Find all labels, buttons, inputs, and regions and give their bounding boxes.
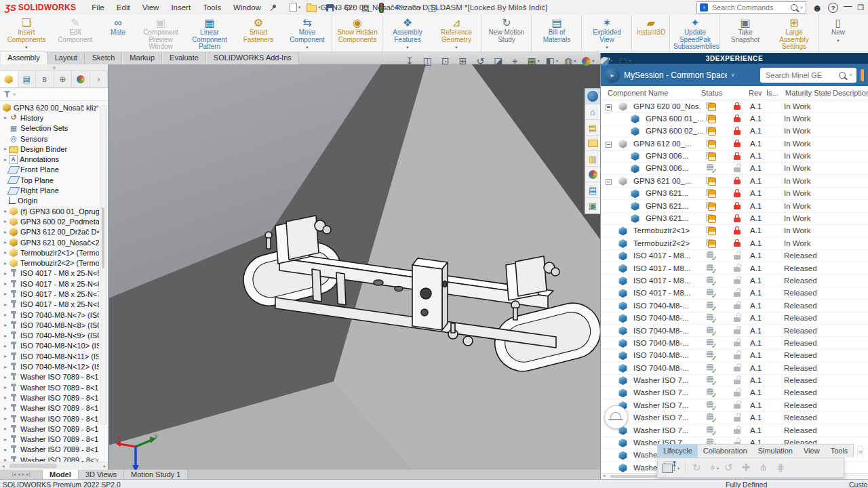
feature-tree-item[interactable]: ▸ (f) GPN3 600 01_Opruga<2> (G bbox=[0, 206, 108, 216]
component-row[interactable]: ISO 7040-M8-... A.1 Released bbox=[601, 350, 868, 362]
expand-arrow-icon[interactable]: ▸ bbox=[2, 405, 9, 411]
collapse-expander[interactable] bbox=[606, 141, 612, 149]
feature-tree-item[interactable]: ▸ Termobuzir2<2> (Termobuzir2 bbox=[0, 258, 108, 268]
command-manager-tab[interactable]: Assembly bbox=[0, 52, 47, 64]
feature-tree-item[interactable]: ▸ GPN3 620 00_Nosač klizača D (Defa ^ bbox=[0, 102, 108, 113]
custom-properties-tab[interactable]: ▤ bbox=[585, 182, 600, 198]
dropdown-caret-icon[interactable]: ▾ bbox=[298, 5, 300, 10]
previous-view-icon[interactable]: ↺ ▾ bbox=[477, 56, 488, 66]
dropdown-caret-icon[interactable]: ▾ bbox=[629, 56, 631, 66]
edit-appearance-icon[interactable]: ▾ bbox=[582, 56, 594, 66]
pin-toolbar-icon[interactable] bbox=[272, 3, 277, 8]
performance-evaluation-icon[interactable]: ▾ bbox=[379, 3, 387, 13]
file-explorer-tab[interactable] bbox=[585, 136, 600, 151]
component-row[interactable]: ISO 7040-M8-... A.1 Released bbox=[601, 337, 868, 349]
expand-arrow-icon[interactable]: ▸ bbox=[2, 229, 9, 235]
component-row[interactable]: ISO 4017 - M8... A.1 Released bbox=[601, 287, 868, 300]
expand-arrow-icon[interactable]: ▸ bbox=[2, 208, 9, 214]
reference-geometry-button[interactable]: ⊿ Reference Geometry ▾ bbox=[432, 15, 481, 52]
component-row[interactable]: ISO 7040-M8-... A.1 Released bbox=[601, 312, 868, 325]
dropdown-caret-icon[interactable]: ▾ bbox=[406, 44, 408, 52]
column-description[interactable]: Description bbox=[833, 89, 868, 97]
column-component-name[interactable]: Component Name bbox=[608, 89, 668, 97]
collapse-expander[interactable] bbox=[606, 178, 612, 186]
search-icon[interactable] bbox=[791, 4, 797, 11]
feature-tree-item[interactable]: ▸ Right Plane bbox=[0, 185, 108, 195]
component-row[interactable]: ISO 4017 - M8... A.1 Released bbox=[601, 250, 868, 262]
hide-show-items-icon[interactable]: ◍ ▾ bbox=[564, 56, 576, 66]
panel-collapse-handle[interactable] bbox=[0, 64, 108, 71]
component-row[interactable]: Washer ISO 7... A.1 Released bbox=[601, 387, 868, 399]
solidworks-resources-tab[interactable]: ▣ bbox=[585, 198, 600, 214]
assembly-features-button[interactable]: ❖ Assembly Features ▾ bbox=[383, 15, 432, 52]
session-dropdown-icon[interactable]: ˅ bbox=[731, 72, 734, 79]
take-snapshot-button[interactable]: ▣ Take Snapshot ▾ bbox=[721, 15, 770, 52]
toolbar-tab[interactable]: Lifecycle bbox=[658, 445, 698, 458]
expand-arrow-icon[interactable]: ▸ bbox=[2, 239, 9, 245]
menu-item[interactable]: Tools bbox=[197, 0, 227, 15]
dimxpertmanager-tab[interactable]: ⊕ bbox=[54, 71, 73, 87]
menu-item[interactable]: File bbox=[85, 0, 111, 15]
expand-arrow-icon[interactable]: ▸ bbox=[2, 218, 9, 224]
feature-tree-item[interactable]: ▸ Washer ISO 7089 - 8<13> (Was bbox=[0, 392, 108, 403]
component-row[interactable]: ISO 7040-M8-... A.1 Released bbox=[601, 325, 868, 337]
expand-arrow-icon[interactable]: ▸ bbox=[2, 374, 9, 380]
search-dropdown-icon[interactable]: ˅ bbox=[800, 5, 804, 11]
feature-tree-item[interactable]: ▸ ISO 4017 - M8 x 25-N<8> (ISO bbox=[0, 300, 108, 310]
dropdown-caret-icon[interactable]: ▾ bbox=[538, 56, 540, 66]
component-row[interactable]: GPN3 006... A.1 In Work bbox=[601, 150, 868, 163]
instant3d-button[interactable]: ▰ Instant3D ▾ bbox=[633, 15, 670, 52]
menu-item[interactable]: Insert bbox=[165, 0, 197, 15]
component-row[interactable]: GPN3 621... A.1 In Work bbox=[601, 213, 868, 225]
save-to-3dexperience-button[interactable]: ▾ bbox=[661, 462, 686, 473]
expand-arrow-icon[interactable]: ▸ bbox=[2, 415, 9, 422]
component-row[interactable]: Washer ISO 7... A.1 Released bbox=[601, 412, 868, 424]
feature-tree-item[interactable]: ▸ Washer ISO 7089 - 8<12> (Was bbox=[0, 382, 108, 392]
large-assembly-settings-button[interactable]: ⊞ Large Assembly Settings ▾ bbox=[770, 15, 819, 52]
undo-icon[interactable]: ↶ ▾ bbox=[393, 3, 404, 12]
update-from-server-button[interactable]: ↻ ▾ bbox=[692, 462, 705, 474]
dropdown-caret-icon[interactable]: ▾ bbox=[606, 44, 608, 52]
sheet-tab[interactable]: Model bbox=[43, 470, 79, 479]
dropdown-caret-icon[interactable]: ▾ bbox=[335, 5, 337, 10]
scrollbar-thumb[interactable] bbox=[9, 464, 57, 468]
update-speedpak-button[interactable]: ✦ Update SpeedPak Subassemblies ▾ bbox=[671, 15, 720, 52]
3dexperience-pane-tab[interactable] bbox=[585, 89, 600, 104]
feature-tree-item[interactable]: ▸ Washer ISO 7089 - 8<15> (Was bbox=[0, 413, 108, 424]
redo-icon[interactable]: ↷ ▾ bbox=[411, 3, 422, 12]
expand-arrow-icon[interactable]: ▸ bbox=[2, 447, 9, 453]
expand-arrow-icon[interactable]: ▸ bbox=[2, 353, 9, 359]
menu-item[interactable]: Window bbox=[227, 0, 267, 15]
dynamic-annotation-icon[interactable]: ⌖ ▾ bbox=[513, 56, 521, 66]
panel-splitter[interactable] bbox=[108, 64, 109, 470]
column-status[interactable]: Status bbox=[701, 89, 722, 97]
options-gear-icon[interactable]: ⚙ ▾ bbox=[344, 3, 355, 12]
column-rev[interactable]: Rev bbox=[749, 89, 762, 97]
favorites-heart-icon[interactable]: ♥ bbox=[857, 445, 863, 458]
component-row[interactable]: GPN3 621... A.1 In Work bbox=[601, 200, 868, 212]
dropdown-caret-icon[interactable]: ▾ bbox=[306, 44, 308, 52]
toolbar-tab[interactable]: Tools bbox=[825, 445, 854, 458]
expand-arrow-icon[interactable]: ▸ bbox=[2, 157, 9, 163]
save-icon[interactable]: ▾ bbox=[326, 4, 337, 12]
open-icon[interactable]: ▾ bbox=[307, 3, 320, 12]
column-is[interactable]: Is... bbox=[766, 89, 778, 97]
expand-arrow-icon[interactable]: ▸ bbox=[2, 281, 9, 287]
feature-tree-item[interactable]: ▸ Annotations bbox=[0, 154, 108, 164]
component-row[interactable]: GPN3 600 01_... A.1 In Work bbox=[601, 113, 868, 125]
feature-tree-item[interactable]: ▸ Design Binder bbox=[0, 144, 108, 154]
expand-arrow-icon[interactable]: ▸ bbox=[2, 384, 9, 390]
viewports-icon[interactable]: ◫ ▾ bbox=[428, 3, 440, 12]
apply-scene-icon[interactable]: ▾ bbox=[600, 56, 612, 66]
toolbar-tab[interactable]: Collaboration bbox=[698, 445, 753, 458]
new-document-icon[interactable]: ▾ bbox=[290, 3, 300, 12]
zoom-to-area-icon[interactable]: ⊞ ▾ bbox=[459, 56, 471, 66]
component-preview-window-button[interactable]: ▣ Component Preview Window ▾ bbox=[136, 15, 185, 52]
feature-tree-item[interactable]: ▸ GPN3 600 02_Podmetač<2> (G bbox=[0, 216, 108, 226]
display-style-icon[interactable]: ◧ ▾ bbox=[546, 56, 558, 66]
dropdown-caret-icon[interactable]: ▾ bbox=[717, 466, 719, 470]
propertymanager-tab[interactable]: ▤ bbox=[18, 71, 37, 87]
new-button[interactable]: ▯ New ▾ bbox=[820, 15, 856, 52]
feature-tree-item[interactable]: ▸ ISO 7040-M8-N<7> (ISO 7040- bbox=[0, 310, 108, 320]
command-manager-tab[interactable]: Sketch bbox=[85, 52, 123, 64]
